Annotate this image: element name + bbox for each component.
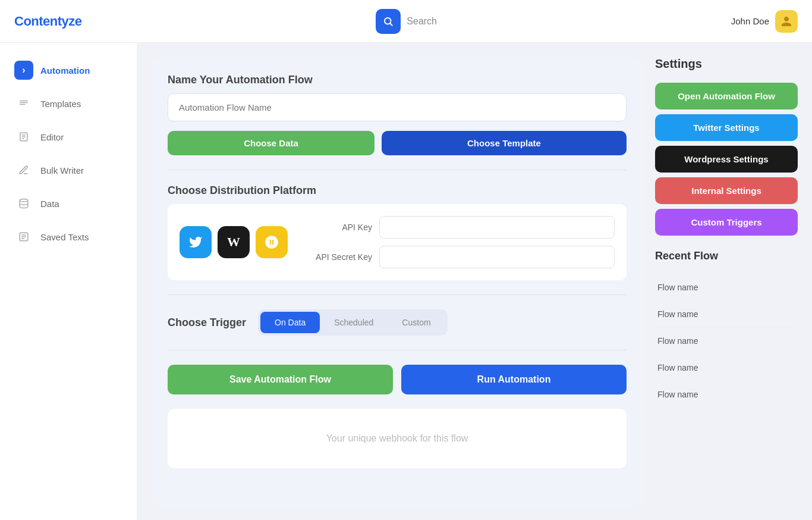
sidebar-item-saved-texts[interactable]: Saved Texts — [0, 221, 137, 252]
twitter-platform-icon[interactable] — [180, 226, 212, 258]
sidebar-item-label: Templates — [40, 99, 81, 109]
api-key-input[interactable] — [379, 216, 615, 239]
distribution-section: Choose Distribution Platform W — [168, 184, 627, 280]
custom-triggers-button[interactable]: Custom Triggers — [655, 209, 798, 236]
user-area: John Doe — [731, 10, 798, 33]
list-item[interactable]: Flow name — [655, 355, 798, 381]
divider-3 — [168, 350, 627, 350]
name-section-title: Name Your Automation Flow — [168, 74, 627, 86]
distribution-inner: W API Key — [168, 204, 627, 280]
trigger-inner: Choose Trigger On Data Scheduled Custom — [168, 309, 627, 336]
ghost-platform-icon[interactable] — [256, 226, 288, 258]
search-icon — [383, 16, 394, 27]
action-buttons: Save Automation Flow Run Automation — [168, 365, 627, 394]
recent-flow-title: Recent Flow — [655, 250, 798, 262]
trigger-tab-on-data[interactable]: On Data — [260, 312, 320, 333]
main-content: Name Your Automation Flow Choose Data Ch… — [137, 43, 812, 520]
list-item[interactable]: Flow name — [655, 274, 798, 301]
right-panel: Settings Open Automation Flow Twitter Se… — [655, 57, 798, 506]
trigger-tabs: On Data Scheduled Custom — [258, 309, 448, 336]
api-secret-label: API Secret Key — [307, 252, 372, 262]
automation-icon-badge: › — [14, 61, 33, 80]
save-automation-button[interactable]: Save Automation Flow — [168, 365, 393, 394]
wordpress-letter: W — [227, 234, 240, 250]
api-key-row: API Key — [307, 216, 615, 239]
data-icon — [14, 194, 33, 213]
settings-title: Settings — [655, 57, 798, 71]
recent-flows: Flow name Flow name Flow name Flow name … — [655, 274, 798, 408]
api-key-label: API Key — [307, 223, 372, 232]
list-item[interactable]: Flow name — [655, 328, 798, 355]
settings-buttons: Open Automation Flow Twitter Settings Wo… — [655, 83, 798, 236]
sidebar-item-editor[interactable]: Editor — [0, 121, 137, 152]
wordpress-settings-button[interactable]: Wordpress Settings — [655, 146, 798, 173]
api-secret-input[interactable] — [379, 246, 615, 268]
sidebar-item-label: Data — [40, 199, 59, 209]
svg-line-1 — [391, 23, 392, 25]
distribution-title: Choose Distribution Platform — [168, 184, 627, 197]
editor-icon — [14, 127, 33, 146]
api-fields: API Key API Secret Key — [307, 216, 615, 268]
run-automation-button[interactable]: Run Automation — [401, 365, 627, 394]
platform-icons: W — [180, 226, 288, 258]
sidebar-item-label: Saved Texts — [40, 232, 89, 242]
trigger-section: Choose Trigger On Data Scheduled Custom — [168, 309, 627, 336]
flow-name-input[interactable] — [168, 93, 627, 121]
sidebar-item-label: Editor — [40, 132, 64, 142]
internal-settings-button[interactable]: Internal Settings — [655, 177, 798, 204]
sidebar-item-label: Bulk Writer — [40, 165, 84, 176]
name-buttons: Choose Data Choose Template — [168, 131, 627, 155]
trigger-tab-custom[interactable]: Custom — [388, 312, 445, 333]
webhook-placeholder: Your unique webhook for this flow — [326, 433, 468, 444]
saved-texts-icon — [14, 227, 33, 246]
sidebar: › Automation Templates Editor — [0, 43, 137, 520]
trigger-title: Choose Trigger — [168, 317, 246, 329]
wordpress-platform-icon[interactable]: W — [218, 226, 250, 258]
svg-point-9 — [20, 199, 28, 202]
app-logo: Contentyze — [14, 14, 82, 29]
open-automation-flow-button[interactable]: Open Automation Flow — [655, 83, 798, 109]
main-layout: › Automation Templates Editor — [0, 43, 812, 520]
sidebar-item-data[interactable]: Data — [0, 188, 137, 219]
choose-template-button[interactable]: Choose Template — [382, 131, 627, 155]
divider-1 — [168, 170, 627, 170]
search-button[interactable] — [376, 9, 401, 34]
webhook-section: Your unique webhook for this flow — [168, 409, 627, 468]
choose-data-button[interactable]: Choose Data — [168, 131, 374, 155]
trigger-tab-scheduled[interactable]: Scheduled — [320, 312, 388, 333]
sidebar-item-automation[interactable]: › Automation — [0, 55, 137, 86]
sidebar-item-templates[interactable]: Templates — [0, 88, 137, 119]
name-section: Name Your Automation Flow Choose Data Ch… — [168, 74, 627, 155]
center-panel: Name Your Automation Flow Choose Data Ch… — [151, 57, 643, 506]
bulk-writer-icon — [14, 161, 33, 180]
user-name: John Doe — [731, 16, 769, 26]
sidebar-item-bulk-writer[interactable]: Bulk Writer — [0, 155, 137, 186]
list-item[interactable]: Flow name — [655, 301, 798, 328]
search-label: Search — [407, 16, 437, 27]
sidebar-item-label: Automation — [40, 65, 90, 76]
templates-icon — [14, 94, 33, 113]
divider-2 — [168, 295, 627, 295]
app-header: Contentyze Search John Doe — [0, 0, 812, 43]
twitter-settings-button[interactable]: Twitter Settings — [655, 114, 798, 141]
user-icon — [780, 15, 792, 27]
search-bar: Search — [376, 9, 437, 34]
api-secret-row: API Secret Key — [307, 246, 615, 268]
avatar — [775, 10, 798, 33]
list-item[interactable]: Flow name — [655, 381, 798, 408]
